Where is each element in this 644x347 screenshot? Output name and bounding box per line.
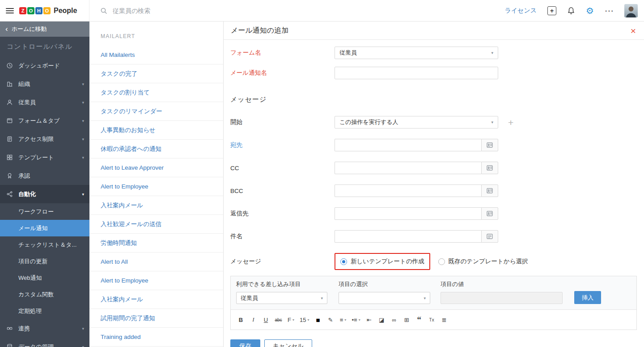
chevron-down-icon: ▾ xyxy=(491,120,493,124)
mailalert-item[interactable]: Alert to Employee xyxy=(89,271,223,290)
mailalert-item[interactable]: Alert to Employee xyxy=(89,177,223,196)
font-color-button[interactable]: ■ xyxy=(312,313,323,326)
sidebar-item-templates[interactable]: テンプレート ▾ xyxy=(0,148,89,167)
address-book-icon[interactable] xyxy=(481,162,498,174)
chevron-down-icon: ▾ xyxy=(82,155,84,160)
mailalert-item[interactable]: 入社案内メール xyxy=(89,196,223,215)
sidebar-item-organization[interactable]: 組織 ▾ xyxy=(0,75,89,93)
cc-input[interactable] xyxy=(335,162,481,174)
employee-icon xyxy=(6,99,13,106)
start-label: 開始 xyxy=(230,118,335,126)
sidebar-subitem-checklist[interactable]: チェックリスト＆タ... xyxy=(0,236,89,253)
search-input[interactable] xyxy=(112,7,300,15)
sidebar-subitem-mail-alerts[interactable]: メール通知 xyxy=(0,220,89,236)
mailalert-item[interactable]: Training added xyxy=(89,328,223,347)
cc-label: CC xyxy=(230,165,335,171)
existing-template-radio[interactable] xyxy=(438,258,445,265)
address-book-icon[interactable] xyxy=(481,207,498,220)
chevron-down-icon: ▾ xyxy=(82,119,84,123)
mailalert-item[interactable]: タスクのリマインダー xyxy=(89,102,223,121)
mailalert-item[interactable]: 試用期間の完了通知 xyxy=(89,309,223,328)
insert-link-button[interactable]: ∞ xyxy=(389,313,400,326)
back-to-home[interactable]: ‹ ホームに移動 xyxy=(0,21,89,37)
add-new-icon[interactable]: + xyxy=(547,6,556,15)
blockquote-button[interactable]: “ xyxy=(414,313,425,326)
bullet-list-button[interactable]: •≡ xyxy=(350,313,362,326)
sidebar-item-access-restriction[interactable]: アクセス制限 ▾ xyxy=(0,130,89,148)
subject-input[interactable] xyxy=(335,230,481,243)
italic-button[interactable]: I xyxy=(248,313,259,326)
template-editor: 利用できる差し込み項目 従業員 ▾ 項目の選択 ▾ xyxy=(230,276,637,330)
remove-format-button[interactable]: Tx xyxy=(426,313,437,326)
mailalert-item[interactable]: 人事異動のお知らせ xyxy=(89,121,223,140)
field-value-label: 項目の値 xyxy=(441,280,563,288)
close-icon[interactable]: × xyxy=(631,26,636,35)
save-button[interactable]: 保存 xyxy=(230,339,260,347)
insert-button[interactable]: 挿入 xyxy=(574,291,601,304)
insert-image-button[interactable]: ◪ xyxy=(376,313,387,326)
outdent-button[interactable]: ⇤ xyxy=(364,313,375,326)
sidebar-item-data-administration[interactable]: データの管理 ▾ xyxy=(0,338,89,347)
back-chevron-icon: ‹ xyxy=(5,25,8,33)
address-book-icon[interactable] xyxy=(481,184,498,197)
new-template-radio[interactable] xyxy=(340,258,347,265)
zoho-people-logo[interactable]: Z O H O People xyxy=(19,7,77,15)
sidebar-item-automation[interactable]: 自動化 ▾ xyxy=(0,185,89,203)
search-bar[interactable] xyxy=(89,7,504,15)
mailalert-item[interactable]: 入社歓迎メールの送信 xyxy=(89,215,223,234)
sidebar-item-integrations[interactable]: 連携 ▾ xyxy=(0,319,89,338)
license-link[interactable]: ライセンス xyxy=(504,7,537,15)
sidebar-subitem-custom-function[interactable]: カスタム関数 xyxy=(0,286,89,303)
mailalert-item[interactable]: タスクの割り当て xyxy=(89,83,223,102)
insert-table-button[interactable]: ⊞ xyxy=(401,313,412,326)
sidebar-subitem-field-update[interactable]: 項目の更新 xyxy=(0,253,89,270)
to-input[interactable] xyxy=(335,139,481,151)
sidebar-subitem-web-notification[interactable]: Web通知 xyxy=(0,270,89,286)
mailalert-item[interactable]: Alert to All xyxy=(89,253,223,271)
more-options-icon[interactable]: ⋯ xyxy=(605,6,614,15)
bold-button[interactable]: B xyxy=(235,313,246,326)
insert-field-icon[interactable] xyxy=(481,230,498,243)
mailalert-item[interactable]: All Mailalerts xyxy=(89,46,223,64)
field-select[interactable]: ▾ xyxy=(339,292,430,304)
sidebar-item-employees[interactable]: 従業員 ▾ xyxy=(0,93,89,111)
alert-name-input[interactable] xyxy=(335,67,498,79)
mailalert-list-header: MAILALERT xyxy=(89,21,223,46)
mailalert-item[interactable]: 入社案内メール xyxy=(89,290,223,309)
insert-hr-button[interactable]: ≣ xyxy=(439,313,450,326)
gear-icon[interactable]: ⚙ xyxy=(586,6,594,15)
sidebar-subitem-scheduler[interactable]: 定期処理 xyxy=(0,303,89,319)
start-select[interactable]: この操作を実行する人 ▾ xyxy=(335,116,498,129)
bcc-input[interactable] xyxy=(335,184,481,197)
highlight-button[interactable]: ✎ xyxy=(325,313,336,326)
add-recipient-icon[interactable]: + xyxy=(508,118,513,127)
form-name-select[interactable]: 従業員 ▾ xyxy=(335,47,498,59)
mailalert-item[interactable]: 休暇の承認者への通知 xyxy=(89,140,223,159)
field-value-input[interactable] xyxy=(441,292,563,304)
form-name-label: フォーム名 xyxy=(230,49,335,57)
font-family-button[interactable]: F xyxy=(285,313,297,326)
mailalert-item[interactable]: 労働時間通知 xyxy=(89,234,223,253)
underline-button[interactable]: U xyxy=(260,313,271,326)
sidebar-item-dashboard[interactable]: ダッシュボード xyxy=(0,56,89,75)
strikethrough-button[interactable]: abc xyxy=(273,313,284,326)
reply-to-input[interactable] xyxy=(335,207,481,220)
sidebar-item-approvals[interactable]: 承認 xyxy=(0,167,89,185)
address-book-icon[interactable] xyxy=(481,139,498,151)
hamburger-menu-icon[interactable] xyxy=(6,8,14,13)
to-label[interactable]: 宛先 xyxy=(230,141,335,149)
cancel-button[interactable]: キャンセル xyxy=(264,339,312,347)
available-fields-select[interactable]: 従業員 ▾ xyxy=(236,292,327,304)
merge-field-panel: 利用できる差し込み項目 従業員 ▾ 項目の選択 ▾ xyxy=(231,276,636,310)
user-avatar[interactable] xyxy=(624,4,638,17)
sidebar-subitem-workflow[interactable]: ワークフロー xyxy=(0,203,89,220)
font-size-button[interactable]: 15 xyxy=(298,313,311,326)
bell-icon[interactable] xyxy=(567,7,575,15)
logo-letter: O xyxy=(43,7,51,14)
align-button[interactable]: ≡ xyxy=(337,313,348,326)
add-mail-alert-panel: メール通知の追加 × フォーム名 従業員 ▾ メール通知名 メッセージ 開始 こ… xyxy=(224,21,644,347)
control-panel-title: コントロールパネル xyxy=(0,37,89,56)
mailalert-item[interactable]: Alert to Leave Approver xyxy=(89,159,223,177)
sidebar-item-forms-tabs[interactable]: フォーム＆タブ ▾ xyxy=(0,111,89,130)
mailalert-item[interactable]: タスクの完了 xyxy=(89,64,223,83)
